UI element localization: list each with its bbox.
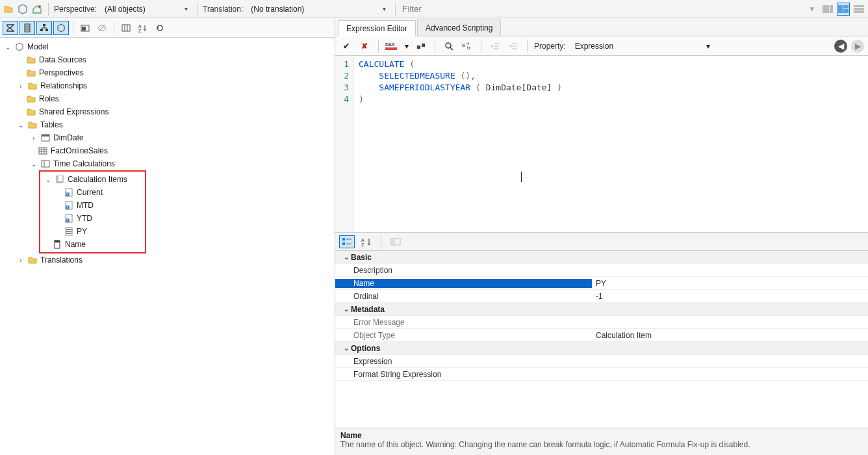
hidden-button[interactable] [94, 21, 110, 35]
sigma-button[interactable] [3, 21, 18, 35]
code-area[interactable]: CALCULATE ( SELECTEDMEASURE (), SAMEPERI… [353, 56, 868, 232]
categorized-button[interactable] [339, 235, 355, 248]
pg-row-name[interactable]: Name PY [335, 277, 868, 290]
tree-node-roles[interactable]: Roles [0, 92, 335, 105]
highlight-box: ⌄ Calculation Items ? Current ? MTD ? YT… [39, 170, 146, 254]
collapse-icon[interactable]: ⌄ [4, 44, 12, 51]
outdent-button[interactable] [506, 40, 520, 53]
collapse-icon[interactable]: ⌄ [30, 161, 38, 168]
layout1-icon[interactable] [821, 3, 834, 16]
tree-node-tables[interactable]: ⌄ Tables [0, 118, 335, 131]
pg-key: Ordinal [335, 292, 592, 301]
find-button[interactable] [442, 40, 456, 53]
format-dax-button[interactable]: DAX [385, 40, 400, 53]
collapse-icon[interactable]: ⌄ [17, 122, 25, 129]
pg-key: Expression [335, 357, 592, 366]
svg-rect-6 [854, 5, 864, 7]
pg-row-formatstring[interactable]: Format String Expression [335, 368, 868, 381]
pg-key: Format String Expression [335, 370, 592, 379]
expand-icon[interactable]: › [17, 83, 25, 90]
format-dropdown[interactable]: ▾ [403, 40, 410, 53]
collapse-icon[interactable]: ⌄ [44, 176, 52, 183]
open-icon[interactable] [3, 3, 14, 15]
svg-rect-51 [385, 47, 397, 50]
display-folders-button[interactable] [77, 21, 93, 35]
pg-row-objtype[interactable]: Object Type Calculation Item [335, 329, 868, 342]
filter-icon[interactable]: ▼ [806, 3, 819, 16]
svg-rect-71 [392, 239, 395, 244]
property-pages-button[interactable] [388, 235, 403, 248]
tree-node-ci-ytd[interactable]: ? YTD [40, 212, 145, 225]
tree-node-dimdate[interactable]: › DimDate [0, 131, 335, 144]
expand-icon[interactable]: › [17, 257, 25, 264]
home-icon[interactable] [31, 3, 43, 15]
translation-dropdown[interactable]: (No translation) ▾ [247, 3, 390, 16]
tree-node-ci-py[interactable]: PY [40, 225, 145, 238]
svg-text:b: b [467, 45, 470, 51]
tree-node-model[interactable]: ⌄ Model [0, 40, 335, 53]
pg-row-description[interactable]: Description [335, 264, 868, 277]
nav-back-button[interactable]: ◀ [834, 40, 847, 53]
comment-button[interactable] [414, 40, 428, 53]
tree-node-timecalc[interactable]: ⌄ Time Calculations [0, 157, 335, 170]
property-grid[interactable]: ⌄ Basic Description Name PY Ordinal -1 ⌄… [335, 251, 868, 428]
calc-item-icon: ? [64, 213, 74, 224]
tree-label: Name [65, 240, 86, 249]
pg-category-metadata[interactable]: ⌄ Metadata [335, 303, 868, 316]
pg-key: Object Type [335, 331, 592, 340]
filter-input[interactable] [401, 3, 531, 16]
collapse-icon[interactable]: ⌄ [342, 344, 351, 352]
cancel-button[interactable]: ✘ [357, 40, 372, 53]
svg-rect-15 [45, 29, 48, 31]
column-button[interactable] [19, 21, 35, 35]
separator [381, 235, 381, 248]
grid-button[interactable] [118, 21, 134, 35]
hierarchy-button[interactable] [36, 21, 52, 35]
tree-view[interactable]: ⌄ Model Data Sources Perspectives › Rela… [0, 38, 335, 455]
pg-row-errormsg[interactable]: Error Message [335, 316, 868, 329]
tab-expression-editor[interactable]: Expression Editor [338, 20, 416, 36]
layout2-icon[interactable] [837, 3, 850, 16]
tree-node-perspectives[interactable]: Perspectives [0, 66, 335, 79]
pg-category-label: Options [351, 344, 380, 353]
tree-node-relationships[interactable]: › Relationships [0, 79, 335, 92]
svg-rect-47 [66, 233, 71, 234]
pg-row-ordinal[interactable]: Ordinal -1 [335, 290, 868, 303]
pg-category-basic[interactable]: ⌄ Basic [335, 251, 868, 264]
pg-val[interactable]: -1 [592, 292, 868, 301]
pg-category-options[interactable]: ⌄ Options [335, 342, 868, 355]
arg-dimdate: DimDate[Date] [486, 83, 552, 92]
perspective-dropdown[interactable]: (All objects) ▾ [101, 3, 192, 16]
alphabetical-button[interactable]: AZ [359, 235, 374, 248]
model-explorer: AZ ⌄ Model Data Sources Perspectives › [0, 18, 335, 455]
indent-button[interactable] [488, 40, 502, 53]
collapse-icon[interactable]: ⌄ [342, 306, 351, 313]
separator [435, 40, 435, 53]
svg-text:a: a [462, 42, 465, 48]
nav-forward-button[interactable]: ▶ [851, 40, 864, 53]
tree-node-calcitems[interactable]: ⌄ Calculation Items [40, 173, 145, 186]
replace-button[interactable]: ab [460, 40, 474, 53]
tree-node-factonlinesales[interactable]: FactOnlineSales [0, 144, 335, 157]
code-editor[interactable]: 1234 CALCULATE ( SELECTEDMEASURE (), SAM… [335, 56, 868, 233]
accept-button[interactable]: ✔ [339, 40, 353, 53]
tree-node-ci-mtd[interactable]: ? MTD [40, 199, 145, 212]
collapse-icon[interactable]: ⌄ [342, 254, 351, 261]
pg-val[interactable]: PY [592, 279, 868, 288]
tab-advanced-scripting[interactable]: Advanced Scripting [417, 20, 501, 36]
tree-node-sharedexpr[interactable]: Shared Expressions [0, 105, 335, 118]
pg-row-expression[interactable]: Expression [335, 355, 868, 368]
sort-button[interactable]: AZ [135, 21, 151, 35]
cube-icon[interactable] [17, 3, 29, 15]
property-dropdown[interactable]: Expression ▾ [571, 40, 714, 53]
layout3-icon[interactable] [852, 3, 865, 16]
tree-node-datasources[interactable]: Data Sources [0, 53, 335, 66]
tree-node-namecol[interactable]: Name [40, 238, 145, 251]
cube-view-button[interactable] [53, 21, 69, 35]
refresh-button[interactable] [152, 21, 168, 35]
expand-icon[interactable]: › [30, 135, 38, 142]
tree-node-translations[interactable]: › Translations [0, 254, 335, 266]
tree-label: PY [77, 227, 87, 236]
cube-icon [14, 42, 25, 52]
tree-node-ci-current[interactable]: ? Current [40, 186, 145, 199]
